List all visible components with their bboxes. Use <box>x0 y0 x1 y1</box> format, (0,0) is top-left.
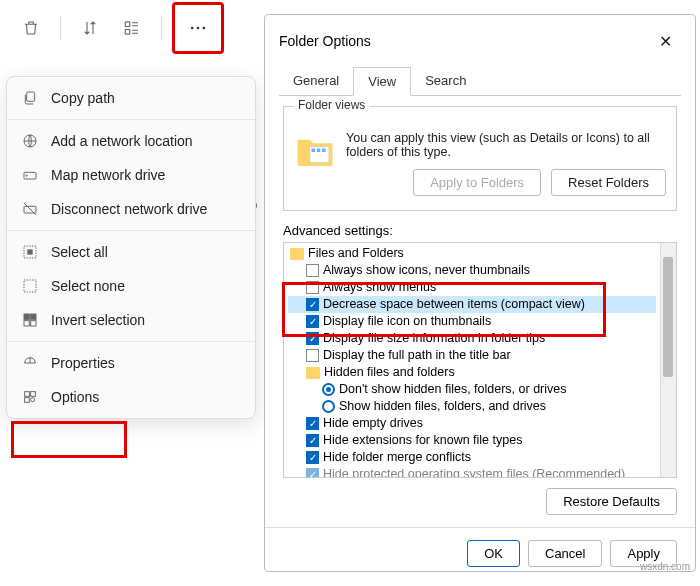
menu-copy-path[interactable]: Copy path <box>7 81 255 115</box>
svg-rect-14 <box>31 321 36 326</box>
menu-label: Select none <box>51 278 125 294</box>
folder-options-dialog: Folder Options ✕ General View Search Fol… <box>264 14 696 572</box>
select-none-icon <box>21 277 39 295</box>
svg-rect-18 <box>31 392 36 397</box>
copy-icon <box>21 89 39 107</box>
reset-folders-button[interactable]: Reset Folders <box>551 169 666 196</box>
menu-select-none[interactable]: Select none <box>7 269 255 303</box>
menu-map-drive[interactable]: Map network drive <box>7 158 255 192</box>
checkbox[interactable]: ✓ <box>306 298 319 311</box>
tree-group: Hidden files and folders <box>324 364 455 381</box>
delete-button[interactable] <box>12 9 50 47</box>
svg-point-3 <box>197 27 200 30</box>
sort-button[interactable] <box>71 9 109 47</box>
scrollbar[interactable] <box>660 243 676 477</box>
tree-item[interactable]: Hide empty drives <box>323 415 423 432</box>
highlight-options <box>11 421 127 458</box>
scroll-thumb[interactable] <box>663 257 673 377</box>
checkbox[interactable]: ✓ <box>306 315 319 328</box>
separator <box>7 119 255 120</box>
menu-select-all[interactable]: Select all <box>7 235 255 269</box>
dialog-titlebar: Folder Options ✕ <box>265 15 695 67</box>
tree-item[interactable]: Always show icons, never thumbnails <box>323 262 530 279</box>
checkbox[interactable] <box>306 281 319 294</box>
checkbox[interactable] <box>306 349 319 362</box>
tree-item[interactable]: Show hidden files, folders, and drives <box>339 398 546 415</box>
svg-rect-12 <box>24 280 36 292</box>
svg-rect-1 <box>125 30 130 35</box>
svg-rect-13 <box>24 314 29 319</box>
checkbox[interactable]: ✓ <box>306 468 319 477</box>
more-button[interactable] <box>172 2 224 54</box>
menu-label: Add a network location <box>51 133 193 149</box>
svg-rect-11 <box>27 249 32 254</box>
svg-point-20 <box>31 398 35 402</box>
tree-item[interactable]: Display the full path in the title bar <box>323 347 511 364</box>
folder-views-desc: You can apply this view (such as Details… <box>346 131 666 159</box>
tab-general[interactable]: General <box>279 67 353 95</box>
svg-rect-15 <box>24 321 29 326</box>
ok-button[interactable]: OK <box>467 540 520 567</box>
radio[interactable] <box>322 400 335 413</box>
drive-icon <box>21 166 39 184</box>
menu-disconnect-drive[interactable]: Disconnect network drive <box>7 192 255 226</box>
checkbox[interactable]: ✓ <box>306 332 319 345</box>
folder-icon <box>294 131 336 173</box>
menu-label: Invert selection <box>51 312 145 328</box>
checkbox[interactable]: ✓ <box>306 417 319 430</box>
tab-search[interactable]: Search <box>411 67 480 95</box>
group-button[interactable] <box>113 9 151 47</box>
tree-item[interactable]: Display file icon on thumbnails <box>323 313 491 330</box>
restore-defaults-button[interactable]: Restore Defaults <box>546 488 677 515</box>
menu-options[interactable]: Options <box>7 380 255 414</box>
svg-rect-22 <box>312 149 316 153</box>
menu-properties[interactable]: Properties <box>7 346 255 380</box>
folder-icon <box>306 367 320 379</box>
folder-views-legend: Folder views <box>294 98 369 112</box>
svg-rect-24 <box>322 149 326 153</box>
apply-to-folders-button[interactable]: Apply to Folders <box>413 169 541 196</box>
watermark: wsxdn.com <box>640 561 690 572</box>
tab-bar: General View Search <box>279 67 681 96</box>
advanced-settings-tree[interactable]: Files and Folders Always show icons, nev… <box>283 242 677 478</box>
close-button[interactable]: ✕ <box>649 25 681 57</box>
menu-add-network[interactable]: Add a network location <box>7 124 255 158</box>
tree-item[interactable]: Display file size information in folder … <box>323 330 545 347</box>
checkbox[interactable]: ✓ <box>306 451 319 464</box>
svg-rect-23 <box>317 149 321 153</box>
svg-point-8 <box>26 175 27 176</box>
dialog-title: Folder Options <box>279 33 371 49</box>
tree-item[interactable]: Hide folder merge conflicts <box>323 449 471 466</box>
tree-root: Files and Folders <box>308 245 404 262</box>
tree-item[interactable]: Hide protected operating system files (R… <box>323 466 625 477</box>
context-menu: Copy path Add a network location Map net… <box>6 76 256 419</box>
menu-invert-selection[interactable]: Invert selection <box>7 303 255 337</box>
disconnect-icon <box>21 200 39 218</box>
tab-view[interactable]: View <box>353 67 411 96</box>
divider <box>60 16 61 40</box>
menu-label: Copy path <box>51 90 115 106</box>
checkbox[interactable]: ✓ <box>306 434 319 447</box>
advanced-settings-label: Advanced settings: <box>283 223 677 238</box>
svg-point-2 <box>191 27 194 30</box>
tree-item-compact-view[interactable]: Decrease space between items (compact vi… <box>323 296 585 313</box>
svg-point-4 <box>203 27 206 30</box>
tree-item[interactable]: Hide extensions for known file types <box>323 432 522 449</box>
tree-item[interactable]: Always show menus <box>323 279 436 296</box>
menu-label: Map network drive <box>51 167 165 183</box>
folder-icon <box>290 248 304 260</box>
divider <box>161 16 162 40</box>
separator <box>7 230 255 231</box>
svg-rect-0 <box>125 22 130 27</box>
globe-icon <box>21 132 39 150</box>
svg-rect-5 <box>27 92 35 101</box>
tree-item[interactable]: Don't show hidden files, folders, or dri… <box>339 381 567 398</box>
svg-rect-16 <box>31 314 36 319</box>
radio[interactable] <box>322 383 335 396</box>
properties-icon <box>21 354 39 372</box>
options-icon <box>21 388 39 406</box>
cancel-button[interactable]: Cancel <box>528 540 602 567</box>
svg-rect-17 <box>25 392 30 397</box>
select-all-icon <box>21 243 39 261</box>
checkbox[interactable] <box>306 264 319 277</box>
